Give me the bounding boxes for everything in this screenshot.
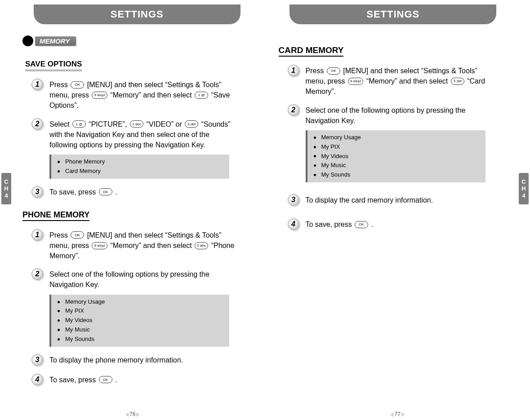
key-9-icon: 9 wxyz xyxy=(348,78,363,85)
key-9-icon: 9 wxyz xyxy=(92,92,107,99)
heading-save-options: SAVE OPTIONS xyxy=(25,60,82,71)
step-number: 3 xyxy=(31,354,43,366)
bullet-icon xyxy=(314,174,316,176)
badge-pill: MEMORY xyxy=(35,36,76,46)
step-text: To save, press OK . xyxy=(49,187,117,197)
list-item: Memory Usage xyxy=(314,133,479,142)
step-text: Select one of the following options by p… xyxy=(49,269,238,290)
list-item: My Music xyxy=(314,161,479,170)
badge-dot-icon xyxy=(22,35,33,46)
key-1-icon: 1 @ xyxy=(72,120,86,128)
heading-phone-memory: PHONE MEMORY xyxy=(22,210,89,221)
list-item: My Sounds xyxy=(58,335,223,344)
bullet-icon xyxy=(58,338,60,340)
bullet-icon xyxy=(58,301,60,303)
step-text: To save, press OK . xyxy=(306,219,374,230)
page-title-right: SETTINGS xyxy=(366,9,419,20)
step-number: 2 xyxy=(31,118,43,130)
heading-card-memory: CARD MEMORY xyxy=(279,45,344,57)
triangle-right-icon xyxy=(401,412,405,417)
card-step-4: 4 To save, press OK . xyxy=(288,219,508,231)
phone-step-3: 3 To display the phone memory informatio… xyxy=(31,355,252,367)
card-options-list: Memory Usage My PIX My Videos My Music M… xyxy=(306,130,485,182)
bullet-icon xyxy=(314,137,316,139)
step-number: 4 xyxy=(31,374,43,385)
step-number: 2 xyxy=(31,268,43,280)
step-text: Select 1 @ “PICTURE”, 2 abc “VIDEO” or 3… xyxy=(49,119,238,150)
ok-key-icon: OK xyxy=(71,231,84,239)
step-text: Press OK [MENU] and then select “Setting… xyxy=(49,80,238,111)
card-step-2: 2 Select one of the following options by… xyxy=(288,105,508,126)
title-banner-right: SETTINGS xyxy=(289,4,496,24)
page-title-left: SETTINGS xyxy=(111,9,164,20)
phone-step-2: 2 Select one of the following options by… xyxy=(31,269,252,290)
chapter-tab-right: CH4 xyxy=(519,173,529,204)
phone-step-1: 1 Press OK [MENU] and then select “Setti… xyxy=(31,230,252,261)
step-text: Press OK [MENU] and then select “Setting… xyxy=(49,230,238,261)
page-left: CH4 SETTINGS MEMORY SAVE OPTIONS 1 Press… xyxy=(0,0,265,420)
triangle-left-icon xyxy=(125,412,129,417)
step-number: 1 xyxy=(31,79,43,90)
page-number-left: 76 xyxy=(125,411,139,417)
step-number: 1 xyxy=(288,65,299,76)
save-step-2: 2 Select 1 @ “PICTURE”, 2 abc “VIDEO” or… xyxy=(31,119,252,150)
bullet-icon xyxy=(314,146,316,148)
page-right: CH4 SETTINGS CARD MEMORY 1 Press OK [MEN… xyxy=(265,0,530,420)
step-number: 3 xyxy=(288,194,299,206)
ok-key-icon: OK xyxy=(99,376,112,383)
save-step-1: 1 Press OK [MENU] and then select “Setti… xyxy=(31,80,252,111)
list-item: My Videos xyxy=(314,152,479,161)
key-1-icon: 1 @ xyxy=(195,92,208,99)
step-number: 4 xyxy=(288,218,299,230)
step-number: 2 xyxy=(288,104,299,116)
ok-key-icon: OK xyxy=(327,67,340,75)
list-item: Memory Usage xyxy=(58,297,223,307)
list-item: My PIX xyxy=(58,306,223,316)
triangle-right-icon xyxy=(136,412,139,417)
ok-key-icon: OK xyxy=(71,81,84,88)
page-number-right: 77 xyxy=(391,411,405,417)
bullet-icon xyxy=(58,310,60,312)
key-2-icon: 2 abc xyxy=(130,120,143,128)
bullet-icon xyxy=(58,170,60,172)
key-9-icon: 9 wxyz xyxy=(92,242,107,249)
step-number: 1 xyxy=(31,229,43,241)
save-options-list: Phone Memory Card Memory xyxy=(49,155,229,179)
step-text: To save, press OK . xyxy=(49,375,117,385)
bullet-icon xyxy=(58,329,60,331)
ok-key-icon: OK xyxy=(99,188,112,195)
list-item: Card Memory xyxy=(58,167,223,176)
card-step-3: 3 To display the card memory information… xyxy=(288,195,508,207)
key-3-icon: 3 def xyxy=(185,120,198,128)
phone-options-list: Memory Usage My PIX My Videos My Music M… xyxy=(49,295,229,347)
memory-badge: MEMORY xyxy=(22,35,252,46)
list-item: My Sounds xyxy=(314,170,479,180)
bullet-icon xyxy=(58,161,60,163)
list-item: Phone Memory xyxy=(58,157,223,167)
list-item: My Music xyxy=(58,325,223,335)
step-text: Select one of the following options by p… xyxy=(306,105,494,126)
key-2-icon: 2 abc xyxy=(195,242,208,249)
phone-step-4: 4 To save, press OK . xyxy=(31,375,252,386)
step-text: Press OK [MENU] and then select “Setting… xyxy=(306,66,494,97)
list-item: My Videos xyxy=(58,316,223,325)
card-step-1: 1 Press OK [MENU] and then select “Setti… xyxy=(288,66,508,97)
bullet-icon xyxy=(314,164,316,167)
ok-key-icon: OK xyxy=(355,221,368,228)
page-spread: CH4 SETTINGS MEMORY SAVE OPTIONS 1 Press… xyxy=(0,0,530,420)
step-text: To display the phone memory information. xyxy=(49,355,183,365)
step-text: To display the card memory information. xyxy=(306,195,433,205)
list-item: My PIX xyxy=(314,142,479,152)
bullet-icon xyxy=(58,319,60,322)
bullet-icon xyxy=(314,155,316,157)
triangle-left-icon xyxy=(391,412,394,417)
title-banner-left: SETTINGS xyxy=(34,4,241,24)
save-step-3: 3 To save, press OK . xyxy=(31,187,252,199)
step-number: 3 xyxy=(31,186,43,198)
chapter-tab-left: CH4 xyxy=(1,173,11,204)
key-3-icon: 3 def xyxy=(451,78,464,85)
